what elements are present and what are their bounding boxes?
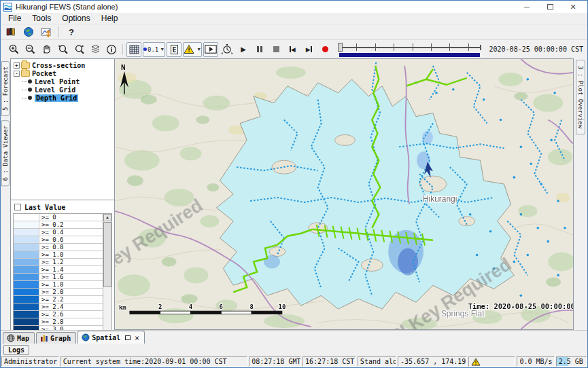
expand-icon[interactable]: + (14, 62, 20, 69)
tree-item-level-point[interactable]: Level Point (12, 77, 114, 86)
legend-color-swatch (14, 229, 39, 236)
side-tab[interactable]: 5 : Forecast (1, 61, 10, 116)
svg-text:8: 8 (249, 303, 253, 310)
legend-row[interactable]: >= 2.0 (14, 289, 103, 296)
grid-display-button[interactable] (126, 42, 141, 57)
zoom-previous-icon (57, 43, 69, 55)
map-display-button[interactable] (21, 25, 36, 39)
legend-row[interactable]: >= 1.0 (14, 251, 103, 259)
legend-row[interactable]: >= 2.4 (14, 303, 103, 311)
movie-export-button[interactable] (203, 42, 218, 57)
skip-forward-button[interactable]: ▶ (301, 42, 316, 57)
legend-row[interactable]: >= 0.8 (14, 244, 103, 251)
classify-icon: E (170, 44, 179, 55)
legend-row[interactable]: >= 1.4 (14, 266, 103, 274)
menu-item[interactable]: Help (97, 14, 123, 23)
folder-icon (21, 70, 30, 77)
tree-connector (22, 81, 27, 82)
tree-item-cross-section[interactable]: + Cross-section (12, 61, 114, 69)
zoom-previous-button[interactable] (55, 42, 70, 57)
close-tab-icon[interactable]: ✕ (135, 333, 139, 342)
legend-label: >= 1.4 (39, 266, 103, 273)
layers-button[interactable] (88, 42, 103, 57)
status-user: Administrator (1, 356, 59, 367)
legend-row[interactable]: >= 1.6 (14, 274, 103, 281)
side-tab-plot-overview[interactable]: 3 : Plot Overview (576, 60, 585, 134)
tab-map[interactable]: Map (3, 332, 35, 344)
maximize-icon (547, 4, 553, 10)
maximize-button[interactable] (538, 1, 561, 12)
legend-color-swatch (14, 281, 39, 288)
thresholds-button[interactable]: ▼ (183, 42, 202, 57)
legend-row[interactable]: >= 1.2 (14, 259, 103, 266)
timeline-slider[interactable] (338, 41, 481, 58)
pause-button[interactable] (252, 42, 267, 57)
menu-item[interactable]: File (3, 14, 26, 23)
maximize-panel-icon[interactable] (125, 335, 131, 340)
tab-graph[interactable]: Graph (36, 332, 76, 344)
legend-color-swatch (14, 266, 39, 273)
skip-backward-button[interactable]: ◀ (285, 42, 300, 57)
tab-spatial-active[interactable]: Spatial ✕ (77, 331, 145, 344)
tree-item-depth-grid[interactable]: Depth Grid (12, 94, 114, 102)
tab-label: Spatial (92, 334, 120, 342)
status-memory: 2.5 GB (556, 356, 587, 367)
classify-button[interactable]: E (167, 42, 181, 57)
minimize-button[interactable]: ─ (515, 1, 538, 12)
legend-color-swatch (14, 251, 39, 258)
legend-color-swatch (14, 311, 39, 318)
legend-label: >= 0.6 (39, 236, 103, 243)
tree-item-pocket[interactable]: - Pocket (12, 69, 114, 77)
menu-item[interactable]: Tools (27, 14, 56, 23)
last-value-label: Last Value (24, 204, 65, 211)
last-value-checkbox[interactable] (14, 204, 21, 210)
legend-label: >= 2.0 (39, 289, 103, 295)
legend-row[interactable]: >= 2.6 (14, 311, 103, 318)
timeseries-button[interactable] (39, 25, 54, 39)
zoom-out-button[interactable] (22, 42, 37, 57)
status-warning[interactable] (468, 356, 515, 367)
side-tab[interactable]: 6 : Data Viewer (1, 120, 10, 186)
collapse-icon[interactable]: - (14, 71, 20, 77)
play-button[interactable]: ▶ (236, 42, 251, 57)
logs-button[interactable]: Logs (3, 345, 29, 355)
tree-connector (22, 98, 27, 98)
info-button[interactable] (104, 42, 119, 57)
bullet-icon (28, 79, 32, 84)
legend-color-swatch (14, 259, 39, 265)
timeline-handle[interactable] (338, 43, 343, 52)
zoom-in-button[interactable] (6, 42, 21, 57)
stop-button[interactable] (269, 42, 283, 57)
record-button[interactable] (317, 42, 332, 57)
contour-interval-button[interactable]: 0.1 ▼ (143, 42, 165, 57)
legend-row[interactable]: >= 0.6 (14, 236, 103, 244)
legend-row[interactable]: >= 0.4 (14, 229, 103, 236)
stop-icon (273, 46, 279, 52)
status-local-time: 16:27:18 CST (302, 356, 356, 367)
legend-row[interactable]: >= 0 (14, 214, 103, 221)
legend-color-swatch (14, 236, 39, 243)
legend-color-swatch (14, 296, 39, 303)
pan-button[interactable] (39, 42, 54, 57)
status-gmt-time: 08:27:18 GMT (249, 356, 301, 367)
legend-label: >= 1.6 (39, 274, 103, 280)
status-mode: Stand alone (358, 356, 396, 367)
spatial-map[interactable]: API Key Required API Key Required Hikura… (115, 58, 574, 330)
legend-row[interactable]: >= 2.2 (14, 296, 103, 303)
tree-item-level-grid[interactable]: Level Grid (12, 86, 114, 94)
scrollbar-thumb[interactable] (103, 222, 111, 287)
legend-scrollbar[interactable]: ▲ ▼ (103, 214, 111, 341)
help-button[interactable]: ? (64, 25, 79, 39)
database-button[interactable] (3, 25, 18, 39)
legend-row[interactable]: >= 2.8 (14, 318, 103, 326)
legend-row[interactable]: >= 0.2 (14, 221, 103, 229)
pause-icon (257, 46, 262, 52)
zoom-next-button[interactable] (71, 42, 86, 57)
close-button[interactable]: ✕ (561, 1, 585, 12)
scroll-up-icon[interactable]: ▲ (103, 214, 111, 221)
legend-row[interactable]: >= 1.8 (14, 281, 103, 289)
menu-item[interactable]: Options (57, 14, 94, 23)
timeseries-chart-icon (41, 26, 52, 37)
animation-settings-button[interactable] (220, 42, 235, 57)
pan-hand-icon (41, 43, 52, 55)
